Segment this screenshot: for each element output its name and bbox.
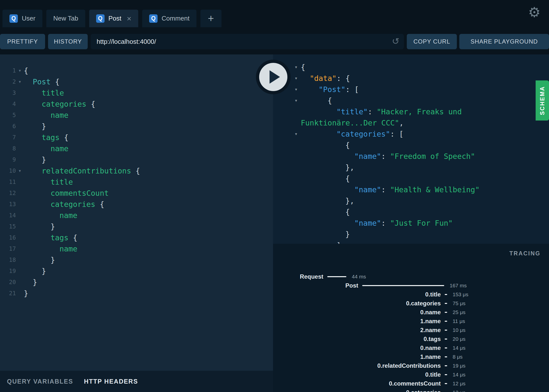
tabs-container: QUserNew TabQPost×QComment+ [2, 10, 221, 27]
fold-spacer [291, 140, 301, 151]
fold-spacer [291, 240, 301, 244]
result-line: }, [273, 195, 549, 206]
tracing-row: 1.name11 μs [273, 317, 549, 326]
query-editor[interactable]: 1▾{2▾Post {3title4categories {5name6}7ta… [0, 54, 273, 371]
reload-icon[interactable]: ↺ [392, 37, 399, 46]
tracing-row: 0.name14 μs [273, 343, 549, 352]
tracing-row: 0.categories13 μs [273, 388, 549, 392]
editor-line: 20} [0, 277, 273, 288]
history-button[interactable]: HISTORY [48, 34, 88, 49]
tab-post[interactable]: QPost× [89, 10, 138, 27]
code-text: }, [301, 162, 354, 173]
tracing-time: 20 μs [453, 335, 466, 343]
line-number: 18 [0, 254, 16, 266]
code-text: { [24, 65, 28, 76]
tracing-bar [362, 285, 444, 286]
tracing-label: 0.name [273, 343, 441, 352]
result-line: ▾"Post": [ [273, 84, 549, 95]
fold-spacer [291, 195, 301, 206]
tracing-panel: TRACING Request44 msPost167 ms0.title153… [273, 244, 549, 392]
tab-bar: QUserNew TabQPost×QComment+ ⚙ [0, 0, 549, 27]
schema-tab[interactable]: SCHEMA [536, 80, 549, 121]
code-text: Post { [24, 76, 59, 87]
line-number: 5 [0, 110, 16, 121]
result-line: ] [273, 240, 549, 244]
result-line: }, [273, 162, 549, 173]
http-headers-tab[interactable]: HTTP HEADERS [84, 378, 138, 385]
tracing-title: TRACING [273, 244, 549, 257]
editor-line: 1▾{ [0, 65, 273, 76]
query-variables-tab[interactable]: QUERY VARIABLES [7, 378, 73, 385]
fold-arrow-icon[interactable]: ▾ [291, 84, 301, 95]
tracing-bar [445, 312, 447, 313]
result-line: "name": "Health & Wellbeing" [273, 184, 549, 195]
line-number: 12 [0, 188, 16, 199]
add-tab-button[interactable]: + [200, 10, 221, 27]
code-text: ] [301, 240, 341, 244]
fold-arrow-icon[interactable]: ▾ [291, 73, 301, 84]
fold-arrow-icon[interactable]: ▾ [291, 95, 301, 106]
tracing-label: 0.relatedContributions [273, 361, 441, 370]
code-text: categories { [24, 98, 95, 110]
play-icon [270, 70, 280, 84]
code-text: { [301, 173, 350, 184]
result-line: "name": "Freedom of Speech" [273, 151, 549, 162]
fold-spacer [16, 87, 24, 98]
result-line: Funktionäre...Der CCC", [273, 117, 549, 128]
fold-spacer [291, 229, 301, 240]
code-text: "Post": [ [301, 84, 359, 95]
line-number: 6 [0, 121, 16, 132]
fold-spacer [16, 154, 24, 165]
prettify-button[interactable]: PRETTIFY [0, 34, 45, 49]
tracing-label: Request [273, 272, 323, 281]
fold-spacer [291, 117, 301, 128]
line-number: 16 [0, 232, 16, 243]
code-text: } [24, 277, 37, 288]
fold-spacer [291, 184, 301, 195]
close-tab-icon[interactable]: × [127, 15, 132, 23]
tracing-row: Post167 ms [273, 281, 549, 290]
editor-line: 14name [0, 210, 273, 221]
tab-comment[interactable]: QComment [142, 10, 196, 27]
code-text: "name": "Just For Fun" [301, 218, 453, 229]
fold-arrow-icon[interactable]: ▾ [16, 165, 24, 176]
fold-spacer [16, 210, 24, 221]
copy-curl-button[interactable]: COPY CURL [407, 34, 457, 49]
tracing-bar [445, 321, 447, 322]
fold-arrow-icon[interactable]: ▾ [291, 128, 301, 140]
tab-user[interactable]: QUser [2, 10, 42, 27]
code-text: Funktionäre...Der CCC", [301, 117, 404, 128]
tracing-row: 0.name25 μs [273, 308, 549, 317]
code-text: "title": "Hacker, Freaks und [301, 106, 462, 117]
code-text: name [24, 243, 77, 254]
endpoint-url-input[interactable] [91, 34, 404, 49]
code-text: } [24, 154, 46, 165]
line-number: 19 [0, 266, 16, 277]
tracing-label: 0.tags [273, 335, 441, 343]
tracing-label: 0.title [273, 370, 441, 379]
line-number: 3 [0, 87, 16, 98]
line-number: 15 [0, 221, 16, 232]
fold-spacer [16, 266, 24, 277]
code-text: name [24, 110, 68, 121]
tab-new-tab[interactable]: New Tab [46, 10, 85, 27]
tracing-bar [445, 347, 447, 348]
tracing-row: 0.tags20 μs [273, 335, 549, 343]
code-text: } [24, 121, 46, 132]
tracing-row: Request44 ms [273, 272, 549, 281]
result-line: ▾{ [273, 95, 549, 106]
tracing-label: 0.title [273, 290, 441, 299]
fold-arrow-icon[interactable]: ▾ [291, 62, 301, 73]
fold-arrow-icon[interactable]: ▾ [16, 65, 24, 76]
editor-line: 3title [0, 87, 273, 98]
execute-button[interactable] [256, 60, 291, 94]
tracing-label: 2.name [273, 326, 441, 335]
response-pane: ▾{▾"data": {▾"Post": [▾{"title": "Hacker… [273, 54, 549, 244]
tracing-label: 1.name [273, 317, 441, 326]
settings-gear-icon[interactable]: ⚙ [528, 5, 541, 19]
share-playground-button[interactable]: SHARE PLAYGROUND [459, 34, 549, 49]
code-text: }, [301, 195, 354, 206]
fold-arrow-icon[interactable]: ▾ [16, 76, 24, 87]
query-badge: Q [9, 14, 18, 23]
fold-spacer [291, 218, 301, 229]
